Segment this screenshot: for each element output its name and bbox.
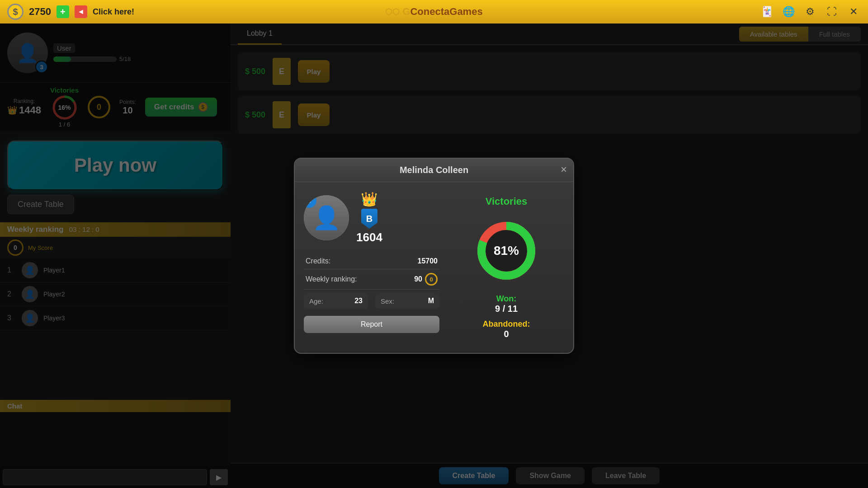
won-label: Won:: [495, 294, 518, 304]
cards-icon[interactable]: 🃏: [760, 5, 774, 19]
weekly-ranking-coin: 0: [425, 273, 438, 286]
click-here-label[interactable]: Click here!: [93, 7, 134, 17]
settings-icon[interactable]: ⚙: [803, 5, 817, 19]
donut-percentage: 81%: [494, 244, 519, 258]
age-cell: Age: 23: [304, 293, 368, 309]
logo: ⬡⬡ GConectaGames: [385, 6, 482, 18]
modal-rank-badge: 👑 B 1604: [356, 191, 382, 244]
close-icon[interactable]: ✕: [846, 5, 861, 19]
modal-close-button[interactable]: ×: [561, 163, 567, 176]
age-label: Age:: [309, 297, 323, 305]
modal-overlay: Melinda Colleen × 5 👤 👑 B: [0, 23, 868, 488]
report-label: Report: [361, 320, 382, 328]
profile-modal: Melinda Colleen × 5 👤 👑 B: [294, 158, 574, 354]
sex-label: Sex:: [381, 297, 394, 305]
modal-rank-letter: B: [361, 209, 377, 229]
won-value: 9 / 11: [495, 304, 518, 314]
victories-title: Victories: [486, 196, 528, 207]
sex-cell: Sex: M: [375, 293, 439, 309]
age-value: 23: [354, 297, 363, 305]
won-section: Won: 9 / 11: [495, 294, 518, 314]
top-right-icons: 🃏 🌐 ⚙ ⛶ ✕: [760, 5, 861, 19]
weekly-ranking-label: Weekly ranking:: [304, 269, 395, 290]
add-credits-button[interactable]: +: [57, 5, 69, 18]
weekly-ranking-value-cell: 90 0: [395, 269, 439, 290]
fullscreen-icon[interactable]: ⛶: [825, 5, 839, 19]
abandoned-section: Abandoned: 0: [483, 319, 530, 339]
credits-display: 2750: [29, 6, 51, 18]
back-button[interactable]: ◄: [75, 5, 87, 18]
modal-title: Melinda Colleen: [400, 165, 468, 175]
modal-body: 5 👤 👑 B 1604 Credits:: [295, 182, 573, 353]
modal-stats-table: Credits: 15700 Weekly ranking: 90 0: [304, 253, 439, 290]
weekly-ranking-value: 90: [414, 275, 422, 283]
credits-row: Credits: 15700: [304, 253, 439, 269]
modal-avatar: 5 👤: [304, 195, 349, 240]
language-icon[interactable]: 🌐: [781, 5, 796, 19]
credits-label: Credits:: [304, 253, 395, 269]
donut-chart: 81%: [470, 215, 542, 287]
main-area: 👤 3 User 5/18 Ranking:: [0, 23, 868, 488]
age-sex-row: Age: 23 Sex: M: [304, 293, 439, 309]
weekly-ranking-row: Weekly ranking: 90 0: [304, 269, 439, 290]
modal-left: 5 👤 👑 B 1604 Credits:: [304, 191, 439, 344]
modal-right: Victories 81% Won:: [448, 191, 564, 344]
sex-value: M: [428, 297, 434, 305]
modal-crown-icon: 👑: [361, 191, 377, 207]
coin-icon: $: [7, 4, 24, 20]
top-bar: $ 2750 + ◄ Click here! ⬡⬡ GConectaGames …: [0, 0, 868, 23]
modal-avatar-section: 5 👤 👑 B 1604: [304, 191, 439, 244]
modal-rank-number: 1604: [356, 230, 382, 244]
weekly-rank-cell: 90 0: [396, 273, 438, 286]
abandoned-value: 0: [483, 329, 530, 339]
abandoned-label: Abandoned:: [483, 319, 530, 329]
modal-header: Melinda Colleen ×: [295, 159, 573, 182]
credits-value: 15700: [395, 253, 439, 269]
report-button[interactable]: Report: [304, 316, 439, 333]
